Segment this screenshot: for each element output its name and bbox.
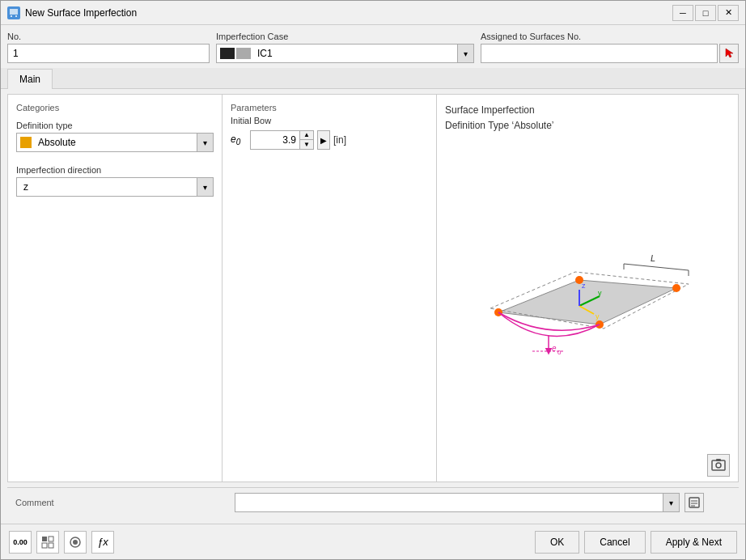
comment-label: Comment <box>15 498 230 507</box>
svg-text:e: e <box>552 344 557 353</box>
bow-unit: [in] <box>333 134 346 146</box>
imperfection-direction-select[interactable]: z ▾ <box>16 177 214 197</box>
definition-type-label: Definition type <box>16 121 214 130</box>
svg-rect-32 <box>49 537 53 541</box>
definition-type-group: Definition type Absolute ▾ <box>16 121 214 152</box>
bow-forward-button[interactable]: ▶ <box>317 130 330 150</box>
apply-next-button[interactable]: Apply & Next <box>651 531 737 554</box>
bow-key: e0 <box>231 134 247 146</box>
definition-type-color <box>20 137 32 148</box>
comment-input[interactable] <box>235 495 663 510</box>
imperfection-case-value: IC1 <box>254 46 457 61</box>
ic-color-light <box>236 48 251 59</box>
svg-rect-1 <box>10 9 18 15</box>
imperfection-diagram: L y y z e <box>474 215 701 377</box>
maximize-button[interactable]: □ <box>695 5 716 21</box>
svg-text:y: y <box>598 289 602 297</box>
description-panel: Surface Imperfection Definition Type ‘Ab… <box>437 95 738 482</box>
bow-spin-down[interactable]: ▼ <box>300 140 313 149</box>
imperfection-case-dropdown-arrow[interactable]: ▾ <box>457 45 473 62</box>
svg-line-10 <box>624 264 689 270</box>
bow-input-wrapper: ▲ ▼ <box>250 130 314 150</box>
svg-text:L: L <box>651 253 655 263</box>
coordinates-tool-button[interactable]: 0.00 <box>9 531 32 554</box>
imperfection-direction-arrow[interactable]: ▾ <box>197 178 213 196</box>
svg-rect-24 <box>712 460 725 470</box>
diagram-area: L y y z e <box>445 135 730 457</box>
imperfection-case-label: Imperfection Case <box>216 32 474 41</box>
view-tool-button[interactable] <box>36 531 59 554</box>
svg-text:z: z <box>582 282 586 290</box>
categories-label: Categories <box>16 103 214 116</box>
formula-tool-button[interactable]: ƒx <box>91 531 114 554</box>
pick-button[interactable] <box>719 44 739 63</box>
comment-edit-button[interactable] <box>685 493 704 512</box>
bow-spin-up[interactable]: ▲ <box>300 131 313 140</box>
categories-panel: Categories Definition type Absolute ▾ Im… <box>8 95 223 482</box>
tab-main[interactable]: Main <box>7 69 53 89</box>
parameters-label: Parameters <box>231 103 428 116</box>
bow-spin-buttons: ▲ ▼ <box>299 131 313 149</box>
window-title: New Surface Imperfection <box>25 7 137 19</box>
main-window: New Surface Imperfection ─ □ ✕ No. Imper… <box>0 0 746 560</box>
svg-text:0: 0 <box>557 349 562 356</box>
titlebar: New Surface Imperfection ─ □ ✕ <box>1 1 745 25</box>
svg-point-36 <box>73 540 78 545</box>
imperfection-case-input[interactable]: IC1 ▾ <box>216 44 474 63</box>
titlebar-left: New Surface Imperfection <box>7 6 137 19</box>
cancel-button[interactable]: Cancel <box>584 531 645 554</box>
window-icon <box>7 6 20 19</box>
comment-dropdown-arrow[interactable]: ▾ <box>663 494 679 511</box>
svg-rect-34 <box>49 543 53 548</box>
comment-input-wrapper: ▾ <box>235 493 680 512</box>
no-label: No. <box>7 32 210 41</box>
imperfection-case-group: Imperfection Case IC1 ▾ <box>216 32 474 63</box>
imperfection-direction-group: Imperfection direction z ▾ <box>16 165 214 197</box>
footer-tools: 0.00 ƒx <box>9 531 114 554</box>
screenshot-area <box>707 454 730 477</box>
svg-rect-33 <box>42 543 47 548</box>
ic-color-dark <box>220 48 235 59</box>
footer: 0.00 ƒx OK Cancel <box>1 524 745 559</box>
parameters-panel: Parameters Initial Bow e0 ▲ ▼ ▶ [in] <box>223 95 437 482</box>
tab-bar: Main <box>1 68 745 89</box>
imperfection-direction-value: z <box>17 180 197 194</box>
svg-point-8 <box>672 284 680 292</box>
footer-buttons: OK Cancel Apply & Next <box>535 531 737 554</box>
definition-type-value: Absolute <box>35 135 197 150</box>
minimize-button[interactable]: ─ <box>672 5 693 21</box>
svg-text:y: y <box>596 312 600 320</box>
imperfection-direction-label: Imperfection direction <box>16 165 214 175</box>
display-tool-button[interactable] <box>64 531 87 554</box>
top-fields-row: No. Imperfection Case IC1 ▾ Assigned to … <box>7 32 739 63</box>
initial-bow-row: e0 ▲ ▼ ▶ [in] <box>231 130 428 150</box>
assigned-group: Assigned to Surfaces No. <box>481 32 739 63</box>
no-group: No. <box>7 32 210 63</box>
assigned-input[interactable] <box>481 44 718 63</box>
main-content: No. Imperfection Case IC1 ▾ Assigned to … <box>1 25 745 524</box>
svg-rect-26 <box>716 459 721 461</box>
definition-type-select[interactable]: Absolute ▾ <box>16 133 214 152</box>
ok-button[interactable]: OK <box>535 531 579 554</box>
svg-rect-31 <box>42 537 47 541</box>
close-button[interactable]: ✕ <box>718 5 739 21</box>
comment-bar: Comment ▾ <box>7 487 739 517</box>
no-input[interactable] <box>7 44 210 63</box>
initial-bow-label: Initial Bow <box>231 116 428 125</box>
titlebar-controls: ─ □ ✕ <box>672 5 739 21</box>
description-text: Surface Imperfection Definition Type ‘Ab… <box>445 103 730 134</box>
assigned-label: Assigned to Surfaces No. <box>481 32 739 41</box>
screenshot-button[interactable] <box>707 454 730 477</box>
svg-point-25 <box>716 463 721 468</box>
assigned-row <box>481 44 739 63</box>
main-panel: Categories Definition type Absolute ▾ Im… <box>7 94 739 482</box>
definition-type-arrow[interactable]: ▾ <box>197 134 213 151</box>
bow-value-input[interactable] <box>251 133 299 147</box>
